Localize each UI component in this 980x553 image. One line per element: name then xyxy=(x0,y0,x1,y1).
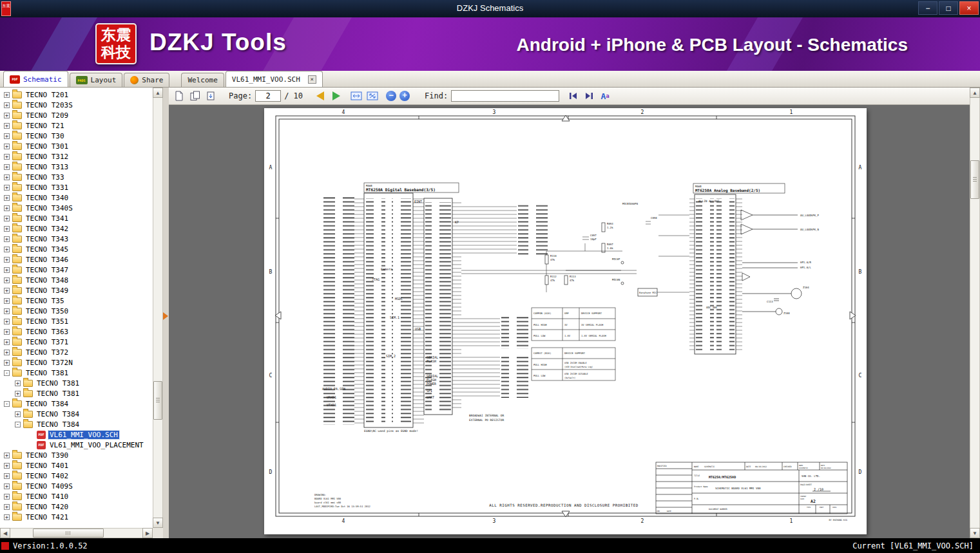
expand-icon[interactable]: + xyxy=(4,453,10,458)
expand-icon[interactable]: + xyxy=(4,185,10,191)
tree-folder-TECNO T331[interactable]: +TECNO T331 xyxy=(0,182,153,192)
expand-icon[interactable]: + xyxy=(4,350,10,355)
main-vertical-scrollbar[interactable]: ▲ ▼ xyxy=(970,88,980,538)
expand-icon[interactable]: + xyxy=(4,144,10,149)
tree-folder-TECNO T384[interactable]: +TECNO T384 xyxy=(0,409,153,419)
collapse-icon[interactable]: - xyxy=(4,401,10,407)
tree-folder-TECNO T341[interactable]: +TECNO T341 xyxy=(0,213,153,223)
tree-hscroll-thumb[interactable] xyxy=(33,529,104,538)
tree-folder-TECNO T203S[interactable]: +TECNO T203S xyxy=(0,100,153,110)
tree-folder-TECNO T384[interactable]: -TECNO T384 xyxy=(0,398,153,409)
scroll-right-icon[interactable]: ▶ xyxy=(142,528,153,538)
expand-icon[interactable]: + xyxy=(4,164,10,170)
expand-icon[interactable]: + xyxy=(4,267,10,273)
expand-icon[interactable]: + xyxy=(15,391,21,397)
tree-folder-TECNO T342[interactable]: +TECNO T342 xyxy=(0,223,153,234)
zoom-in-button[interactable]: + xyxy=(399,91,410,101)
tree-vertical-scrollbar[interactable]: ▲ ▼ xyxy=(153,88,163,528)
scroll-up-icon[interactable]: ▲ xyxy=(153,88,163,98)
main-scroll-thumb[interactable] xyxy=(970,160,979,199)
tree-folder-TECNO T371[interactable]: +TECNO T371 xyxy=(0,337,153,347)
tab-document[interactable]: VL61_MMI_VOO.SCH × xyxy=(226,71,323,87)
splitter-arrow-icon[interactable] xyxy=(163,312,168,320)
tree-file-VL61_MMI_VOO.SCH[interactable]: PDFVL61_MMI_VOO.SCH xyxy=(0,429,153,440)
document-canvas[interactable]: 4 3 2 1 4 3 2 1 A B C D A xyxy=(169,105,970,538)
tree-scroll-thumb[interactable] xyxy=(153,381,162,420)
tree-folder-TECNO T349[interactable]: +TECNO T349 xyxy=(0,285,153,295)
close-button[interactable]: × xyxy=(959,1,979,15)
tree-folder-TECNO T340[interactable]: +TECNO T340 xyxy=(0,192,153,203)
expand-icon[interactable]: + xyxy=(4,504,10,510)
tab-layout[interactable]: PADS Layout xyxy=(70,73,123,87)
tree-folder-TECNO T21[interactable]: +TECNO T21 xyxy=(0,120,153,131)
expand-icon[interactable]: + xyxy=(4,226,10,232)
expand-icon[interactable]: + xyxy=(4,113,10,118)
expand-icon[interactable]: + xyxy=(4,133,10,139)
expand-icon[interactable]: + xyxy=(4,483,10,489)
tree-folder-TECNO T312[interactable]: +TECNO T312 xyxy=(0,151,153,162)
expand-icon[interactable]: + xyxy=(4,174,10,180)
tree-folder-TECNO T343[interactable]: +TECNO T343 xyxy=(0,234,153,244)
multi-page-icon[interactable] xyxy=(205,89,218,102)
tree-folder-TECNO T384[interactable]: -TECNO T384 xyxy=(0,419,153,429)
tab-close-icon[interactable]: × xyxy=(308,75,316,84)
scroll-down-icon[interactable]: ▼ xyxy=(153,518,163,528)
tab-welcome[interactable]: Welcome xyxy=(181,73,224,87)
tree-folder-TECNO T350[interactable]: +TECNO T350 xyxy=(0,306,153,316)
collapse-icon[interactable]: - xyxy=(4,370,10,376)
expand-icon[interactable]: + xyxy=(4,236,10,242)
expand-icon[interactable]: + xyxy=(15,380,21,386)
expand-icon[interactable]: + xyxy=(4,494,10,500)
tree-folder-TECNO T348[interactable]: +TECNO T348 xyxy=(0,275,153,285)
single-page-icon[interactable] xyxy=(173,89,186,102)
collapse-icon[interactable]: - xyxy=(15,422,21,427)
tree-folder-TECNO T410[interactable]: +TECNO T410 xyxy=(0,491,153,501)
next-page-button[interactable] xyxy=(330,89,343,102)
expand-icon[interactable]: + xyxy=(4,123,10,129)
tree-folder-TECNO T409S[interactable]: +TECNO T409S xyxy=(0,481,153,491)
tree-folder-TECNO T30[interactable]: +TECNO T30 xyxy=(0,131,153,141)
expand-icon[interactable]: + xyxy=(4,298,10,304)
tree-folder-TECNO T420[interactable]: +TECNO T420 xyxy=(0,501,153,512)
expand-icon[interactable]: + xyxy=(4,277,10,283)
tree-folder-TECNO T390[interactable]: +TECNO T390 xyxy=(0,450,153,460)
zoom-out-button[interactable]: − xyxy=(386,91,396,101)
page-number-input[interactable] xyxy=(255,90,281,102)
expand-icon[interactable]: + xyxy=(4,473,10,479)
tree-folder-TECNO T381[interactable]: +TECNO T381 xyxy=(0,388,153,398)
expand-icon[interactable]: + xyxy=(4,514,10,520)
minimize-button[interactable]: − xyxy=(918,1,937,15)
tree-folder-TECNO T421[interactable]: +TECNO T421 xyxy=(0,512,153,522)
tree-folder-TECNO T401[interactable]: +TECNO T401 xyxy=(0,460,153,471)
expand-icon[interactable]: + xyxy=(4,257,10,263)
tree-folder-TECNO T351[interactable]: +TECNO T351 xyxy=(0,316,153,326)
expand-icon[interactable]: + xyxy=(4,216,10,221)
expand-icon[interactable]: + xyxy=(4,319,10,324)
facing-pages-icon[interactable] xyxy=(189,89,202,102)
find-next-button[interactable] xyxy=(582,89,595,102)
expand-icon[interactable]: + xyxy=(4,339,10,345)
tab-schematic[interactable]: PDF Schematic xyxy=(3,71,68,87)
tree-folder-TECNO T301[interactable]: +TECNO T301 xyxy=(0,141,153,151)
expand-icon[interactable]: + xyxy=(4,329,10,335)
expand-icon[interactable]: + xyxy=(4,308,10,314)
tree-folder-TECNO T33[interactable]: +TECNO T33 xyxy=(0,172,153,182)
prev-page-button[interactable] xyxy=(314,89,327,102)
scroll-left-icon[interactable]: ◀ xyxy=(0,528,10,538)
tree-folder-TECNO T313[interactable]: +TECNO T313 xyxy=(0,162,153,172)
tree-folder-TECNO T381[interactable]: -TECNO T381 xyxy=(0,368,153,378)
match-case-button[interactable]: Aa xyxy=(599,89,611,102)
fit-page-button[interactable] xyxy=(366,89,379,102)
tree-folder-TECNO T347[interactable]: +TECNO T347 xyxy=(0,265,153,275)
tree-folder-TECNO T201[interactable]: +TECNO T201 xyxy=(0,89,153,100)
expand-icon[interactable]: + xyxy=(4,195,10,201)
tree-folder-TECNO T363[interactable]: +TECNO T363 xyxy=(0,326,153,337)
expand-icon[interactable]: + xyxy=(4,205,10,211)
expand-icon[interactable]: + xyxy=(4,247,10,252)
expand-icon[interactable]: + xyxy=(4,92,10,98)
tree-folder-TECNO T209[interactable]: +TECNO T209 xyxy=(0,110,153,120)
scroll-down-icon[interactable]: ▼ xyxy=(970,528,980,538)
expand-icon[interactable]: + xyxy=(15,411,21,417)
find-prev-button[interactable] xyxy=(566,89,579,102)
tree-folder-TECNO T402[interactable]: +TECNO T402 xyxy=(0,471,153,481)
